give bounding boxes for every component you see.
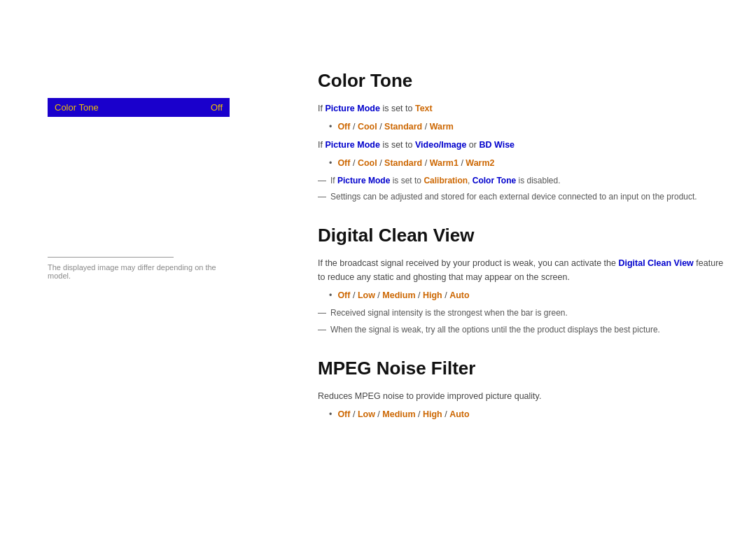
mpeg-noise-filter-title: MPEG Noise Filter bbox=[318, 358, 731, 379]
digital-clean-view-body: If the broadcast signal received by your… bbox=[318, 256, 731, 336]
bullet-text: Off / Cool / Standard / Warm bbox=[337, 120, 454, 134]
sidebar-divider bbox=[48, 257, 174, 258]
bullet-item: Off / Cool / Standard / Warm bbox=[329, 120, 731, 134]
mpeg-noise-filter-body: Reduces MPEG noise to provide improved p… bbox=[318, 389, 731, 421]
color-tone-title: Color Tone bbox=[318, 70, 731, 92]
bullet-item: Off / Low / Medium / High / Auto bbox=[329, 407, 731, 421]
bullet-text: Off / Low / Medium / High / Auto bbox=[337, 407, 469, 421]
color-tone-bullets2: Off / Cool / Standard / Warm1 / Warm2 bbox=[329, 156, 731, 170]
color-tone-menu-item[interactable]: Color Tone Off bbox=[48, 98, 230, 117]
digital-clean-view-title: Digital Clean View bbox=[318, 225, 731, 246]
digital-clean-view-section: Digital Clean View If the broadcast sign… bbox=[318, 225, 731, 336]
color-tone-section: Color Tone If Picture Mode is set to Tex… bbox=[318, 70, 731, 204]
mpeg-bullets: Off / Low / Medium / High / Auto bbox=[329, 407, 731, 421]
text-ref: Text bbox=[415, 104, 433, 113]
bd-wise-ref: BD Wise bbox=[479, 140, 514, 150]
bullet-item: Off / Low / Medium / High / Auto bbox=[329, 288, 731, 302]
dcv-description: If the broadcast signal received by your… bbox=[318, 256, 731, 284]
color-tone-note1: If Picture Mode is set to Calibration, C… bbox=[318, 174, 731, 188]
mpeg-noise-filter-section: MPEG Noise Filter Reduces MPEG noise to … bbox=[318, 358, 731, 421]
video-image-ref: Video/Image bbox=[415, 140, 466, 150]
menu-item-label: Color Tone bbox=[55, 102, 99, 113]
sidebar-note: The displayed image may differ depending… bbox=[48, 263, 230, 280]
dcv-feature-ref: Digital Clean View bbox=[618, 258, 693, 268]
color-tone-body: If Picture Mode is set to Text Off / Coo… bbox=[318, 101, 731, 204]
color-tone-note2: Settings can be adjusted and stored for … bbox=[318, 190, 731, 204]
dcv-bullets: Off / Low / Medium / High / Auto bbox=[329, 288, 731, 302]
bullet-text: Off / Cool / Standard / Warm1 / Warm2 bbox=[337, 156, 494, 170]
picture-mode-ref1: Picture Mode bbox=[325, 104, 380, 113]
color-tone-para2: If Picture Mode is set to Video/Image or… bbox=[318, 138, 731, 152]
color-tone-bullets1: Off / Cool / Standard / Warm bbox=[329, 120, 731, 134]
main-content: Color Tone If Picture Mode is set to Tex… bbox=[318, 70, 731, 442]
bullet-text: Off / Low / Medium / High / Auto bbox=[337, 288, 469, 302]
picture-mode-ref2: Picture Mode bbox=[325, 140, 380, 150]
dcv-note1: Received signal intensity is the stronge… bbox=[318, 307, 731, 320]
sidebar: Color Tone Off The displayed image may d… bbox=[48, 98, 230, 280]
bullet-item: Off / Cool / Standard / Warm1 / Warm2 bbox=[329, 156, 731, 170]
menu-item-value: Off bbox=[211, 102, 223, 113]
dcv-note2: When the signal is weak, try all the opt… bbox=[318, 323, 731, 337]
color-tone-para1: If Picture Mode is set to Text bbox=[318, 101, 731, 115]
mpeg-description: Reduces MPEG noise to provide improved p… bbox=[318, 389, 731, 403]
